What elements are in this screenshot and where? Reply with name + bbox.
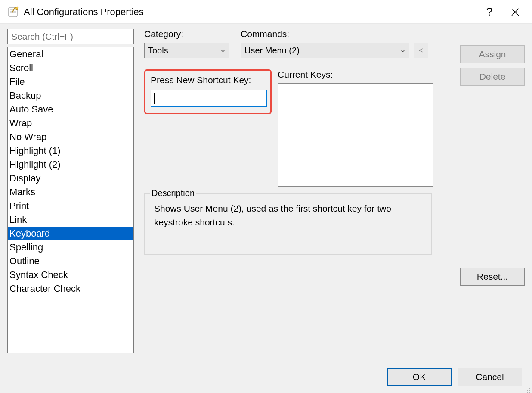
dialog-body: GeneralScrollFileBackupAuto SaveWrapNo W… (0, 24, 532, 393)
sidebar-item[interactable]: Keyboard (8, 227, 133, 240)
sidebar-item[interactable]: Backup (8, 89, 133, 103)
sidebar-item[interactable]: Spelling (8, 240, 133, 254)
sidebar-item[interactable]: Wrap (8, 116, 133, 130)
category-label: Category: (144, 29, 235, 39)
svg-point-10 (529, 390, 530, 391)
category-dropdown-value: Tools (148, 46, 220, 56)
dialog-footer: OK Cancel (7, 364, 525, 390)
category-dropdown[interactable]: Tools (144, 43, 229, 58)
close-icon (511, 8, 519, 16)
sidebar-item[interactable]: General (8, 47, 133, 61)
delete-button[interactable]: Delete (460, 68, 525, 86)
chevron-down-icon (400, 47, 405, 54)
close-button[interactable] (502, 2, 528, 22)
commands-dropdown[interactable]: User Menu (2) (241, 43, 409, 58)
press-new-shortcut-highlight: Press New Shortcut Key: (144, 69, 272, 114)
ok-button[interactable]: OK (387, 368, 452, 386)
sidebar-item[interactable]: Syntax Check (8, 268, 133, 282)
svg-point-8 (529, 388, 530, 389)
cancel-button[interactable]: Cancel (458, 368, 522, 386)
sidebar-item[interactable]: Print (8, 199, 133, 213)
dialog-window: All Configurations Properties ? GeneralS… (0, 0, 532, 393)
sidebar-item[interactable]: Auto Save (8, 103, 133, 116)
settings-category-list[interactable]: GeneralScrollFileBackupAuto SaveWrapNo W… (7, 47, 134, 353)
search-input[interactable] (7, 29, 134, 44)
sidebar-item[interactable]: File (8, 75, 133, 89)
sidebar-item[interactable]: Scroll (8, 61, 133, 75)
sidebar-item[interactable]: Outline (8, 254, 133, 268)
press-new-shortcut-label: Press New Shortcut Key: (151, 75, 265, 85)
commands-dropdown-value: User Menu (2) (244, 46, 400, 56)
text-cursor-icon (154, 93, 155, 104)
description-text: Shows User Menu (2), used as the first s… (154, 202, 423, 245)
description-group: Description Shows User Menu (2), used as… (144, 193, 432, 255)
current-keys-label: Current Keys: (278, 69, 433, 80)
svg-point-12 (527, 392, 528, 393)
reset-button[interactable]: Reset... (460, 268, 525, 286)
sidebar-item[interactable]: No Wrap (8, 130, 133, 144)
back-button[interactable]: < (414, 43, 428, 58)
sidebar-item[interactable]: Highlight (2) (8, 158, 133, 172)
svg-point-11 (526, 392, 526, 393)
chevron-down-icon (220, 47, 226, 54)
sidebar-item[interactable]: Character Check (8, 282, 133, 296)
resize-grip-icon[interactable] (524, 385, 530, 391)
assign-button[interactable]: Assign (460, 45, 525, 63)
description-legend: Description (150, 188, 196, 198)
title-bar: All Configurations Properties ? (0, 0, 532, 24)
separator (7, 359, 525, 359)
svg-point-13 (529, 392, 530, 393)
svg-point-9 (527, 390, 528, 391)
sidebar-item[interactable]: Display (8, 172, 133, 185)
shortcut-key-input[interactable] (151, 90, 267, 107)
sidebar-item[interactable]: Link (8, 213, 133, 227)
current-keys-listbox[interactable] (278, 83, 433, 187)
help-button[interactable]: ? (476, 2, 502, 22)
app-notepad-icon (7, 6, 19, 18)
sidebar-item[interactable]: Highlight (1) (8, 144, 133, 158)
commands-label: Commands: (241, 29, 525, 39)
window-title: All Configurations Properties (24, 6, 144, 18)
sidebar-item[interactable]: Marks (8, 185, 133, 199)
